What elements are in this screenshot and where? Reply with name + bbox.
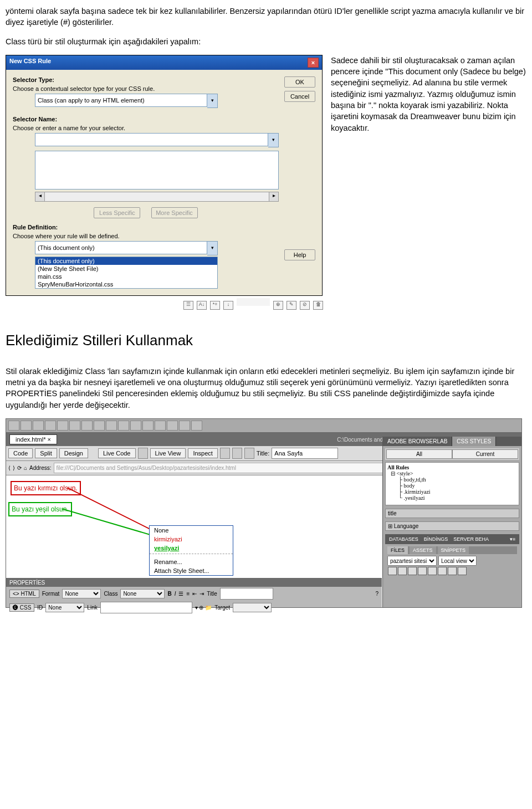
rule-style[interactable]: <style> [397, 470, 413, 477]
class-select[interactable]: None [120, 589, 165, 598]
tool-icon[interactable] [418, 567, 427, 575]
tool-icon[interactable] [81, 421, 93, 431]
less-specific-button[interactable]: Less Specific [94, 207, 140, 218]
tool-icon[interactable] [458, 567, 467, 575]
selector-type-combo[interactable] [35, 94, 207, 107]
tool-icon[interactable] [448, 567, 457, 575]
tab-files[interactable]: FİLES [387, 546, 408, 554]
list-icon[interactable]: ☰ [178, 591, 183, 597]
tool-icon[interactable]: ⊘ [300, 301, 310, 310]
tab-browserlab[interactable]: ADOBE BROWSERLAB [383, 437, 452, 446]
all-button[interactable]: All [386, 449, 452, 459]
selector-name-combo[interactable] [35, 133, 268, 146]
rules-list[interactable]: All Rules ⊟ <style> ├ body,td,th ├ body … [385, 462, 519, 505]
list-item[interactable]: (New Style Sheet File) [35, 265, 217, 273]
design-canvas[interactable]: Bu yazı kırmızı olsun. Bu yazı yeşil ols… [6, 478, 380, 577]
popup-item-attach[interactable]: Attach Style Sheet... [150, 566, 233, 575]
list-item[interactable]: main.css [35, 273, 217, 280]
popup-item-kirmizi[interactable]: kirmiziyazi [150, 535, 233, 544]
tool-icon[interactable] [142, 421, 154, 431]
css-tab[interactable]: 🅒 CSS [9, 603, 34, 612]
properties-header[interactable]: PROPERTİES [6, 578, 382, 587]
tool-icon[interactable]: ⊕ [273, 301, 283, 310]
nav-back-icon[interactable]: ⟨ [8, 465, 11, 471]
tab-cssstyles[interactable]: CSS STYLES [452, 437, 496, 446]
refresh-icon[interactable]: ⟳ [17, 465, 22, 471]
cancel-button[interactable]: Cancel [284, 91, 315, 102]
close-icon[interactable]: × [308, 58, 319, 68]
split-button[interactable]: Split [35, 448, 57, 458]
home-icon[interactable]: ⌂ [24, 465, 27, 471]
rule-item[interactable]: body [404, 483, 415, 489]
tool-icon[interactable]: 🗑 [313, 301, 323, 310]
tool-icon[interactable] [191, 421, 202, 431]
livecode-button[interactable]: Live Code [98, 448, 136, 458]
tool-icon[interactable] [398, 567, 407, 575]
liveview-button[interactable]: Live View [150, 448, 186, 458]
tool-icon[interactable] [21, 421, 32, 431]
site-select[interactable]: pazartesi sitesi [387, 556, 437, 566]
tool-icon[interactable] [428, 567, 437, 575]
tool-icon[interactable] [220, 448, 230, 459]
list-icon[interactable]: ≡ [186, 591, 190, 597]
tool-icon[interactable] [130, 421, 141, 431]
current-button[interactable]: Current [452, 449, 518, 459]
rule-item[interactable]: .kirmiziyazi [404, 489, 431, 495]
title-input[interactable] [272, 448, 338, 459]
chevron-down-icon[interactable]: ▾ [207, 241, 218, 255]
rule-definition-combo[interactable] [35, 241, 207, 254]
help-button[interactable]: Help [284, 249, 315, 260]
tool-icon[interactable] [408, 567, 417, 575]
target-select[interactable] [233, 603, 272, 612]
tab-databases[interactable]: DATABASES [387, 536, 420, 542]
scroll-right-icon[interactable]: ▸ [269, 192, 279, 202]
scrollbar-track[interactable] [45, 192, 269, 202]
indent-icon[interactable]: ⇥ [200, 591, 204, 597]
tool-icon[interactable] [438, 567, 447, 575]
popup-item-none[interactable]: None [150, 526, 233, 535]
chevron-down-icon[interactable]: ▾ [268, 133, 279, 147]
tool-icon[interactable] [8, 421, 19, 431]
nav-fwd-icon[interactable]: ⟩ [13, 465, 15, 471]
view-select[interactable]: Local view [438, 556, 477, 566]
tab-server[interactable]: SERVER BEHA [452, 536, 490, 542]
help-icon[interactable]: ? [375, 591, 378, 597]
tool-icon[interactable]: ↓ [223, 301, 233, 310]
rule-item[interactable]: body,td,th [404, 477, 426, 483]
tool-icon[interactable] [33, 421, 44, 431]
id-select[interactable]: None [45, 603, 84, 612]
title-prop-input[interactable] [220, 588, 273, 600]
popup-item-rename[interactable]: Rename... [150, 557, 233, 566]
tab-assets[interactable]: ASSETS [410, 546, 436, 554]
prop-language[interactable]: Language [394, 523, 419, 529]
tool-icon[interactable] [155, 421, 166, 431]
tool-icon[interactable]: *+ [210, 301, 220, 310]
html-tab[interactable]: <> HTML [9, 590, 39, 598]
tool-icon[interactable]: ✎ [287, 301, 296, 310]
bold-icon[interactable]: B [167, 591, 171, 597]
ok-button[interactable]: OK [284, 76, 315, 88]
list-item[interactable]: SpryMenuBarHorizontal.css [35, 280, 217, 288]
link-browse-icon[interactable]: ▾ ⊕ 📁 [195, 605, 212, 611]
tool-icon[interactable] [69, 421, 80, 431]
more-specific-button[interactable]: More Specific [151, 207, 198, 218]
tool-icon[interactable] [45, 421, 56, 431]
indent-icon[interactable]: ⇤ [192, 591, 197, 597]
tool-icon[interactable] [244, 448, 254, 459]
tool-icon[interactable] [232, 448, 242, 459]
tab-bindings[interactable]: BİNDİNGS [422, 536, 450, 542]
design-button[interactable]: Design [59, 448, 88, 458]
tool-icon[interactable] [138, 448, 148, 459]
document-tab[interactable]: index.html* × [9, 434, 57, 444]
tool-icon[interactable] [388, 567, 397, 575]
tool-icon[interactable] [57, 421, 68, 431]
tool-icon[interactable] [167, 421, 178, 431]
tab-snippets[interactable]: SNİPPETS [438, 546, 469, 554]
tool-icon[interactable]: ☰ [183, 301, 193, 310]
tool-icon[interactable] [94, 421, 105, 431]
scroll-left-icon[interactable]: ◂ [35, 192, 45, 202]
tool-icon[interactable] [118, 421, 129, 431]
tool-icon[interactable] [179, 421, 190, 431]
italic-icon[interactable]: I [175, 591, 176, 597]
inspect-button[interactable]: Inspect [188, 448, 217, 458]
